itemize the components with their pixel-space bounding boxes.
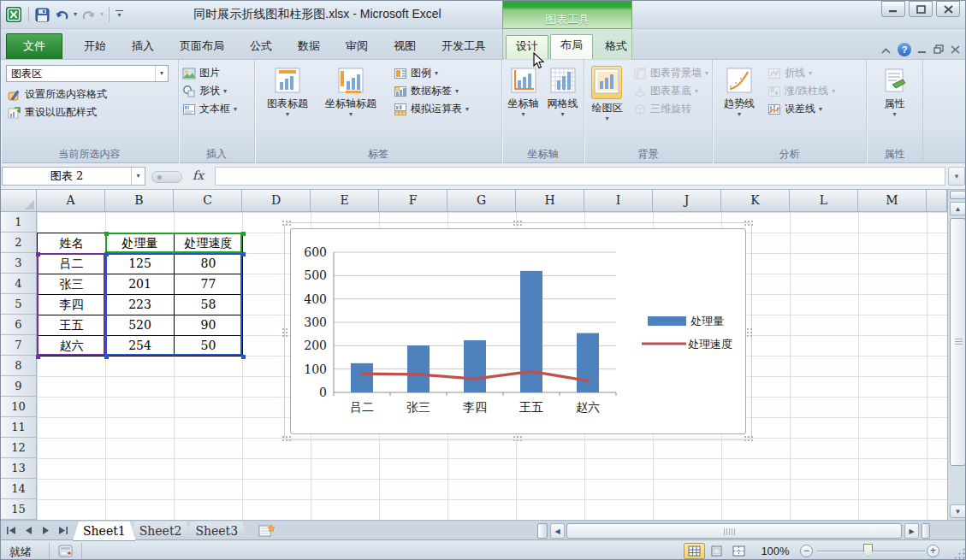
- horizontal-split-handle[interactable]: [537, 523, 548, 539]
- doc-minimize-icon[interactable]: [918, 44, 927, 56]
- tab-insert[interactable]: 插入: [119, 34, 167, 59]
- tab-view[interactable]: 视图: [381, 34, 429, 59]
- expand-formula-bar-button[interactable]: ▾: [948, 167, 965, 186]
- tab-data[interactable]: 数据: [285, 34, 333, 59]
- tab-formulas[interactable]: 公式: [237, 34, 285, 59]
- table-cell[interactable]: 58: [174, 294, 243, 315]
- undo-dropdown-icon[interactable]: ▾: [74, 11, 77, 18]
- table-header-cell[interactable]: 处理量: [105, 233, 175, 254]
- textbox-button[interactable]: A 文本框▾: [179, 100, 254, 118]
- format-selection-button[interactable]: 设置所选内容格式: [1, 85, 178, 103]
- table-cell[interactable]: 张三: [37, 274, 106, 295]
- doc-restore-icon[interactable]: [933, 44, 944, 56]
- collapse-ribbon-icon[interactable]: [881, 44, 891, 56]
- chart-handle[interactable]: [513, 435, 523, 443]
- vertical-scroll-thumb[interactable]: [950, 218, 966, 466]
- chart-handle[interactable]: [744, 220, 754, 227]
- properties-button[interactable]: 属性 ▾: [874, 62, 916, 119]
- shapes-button[interactable]: 形状▾: [179, 82, 254, 100]
- error-bars-button[interactable]: 误差线▾: [764, 100, 839, 118]
- tab-home[interactable]: 开始: [71, 34, 119, 59]
- prev-sheet-button[interactable]: [21, 523, 36, 538]
- table-cell[interactable]: 50: [174, 335, 243, 357]
- scroll-left-button[interactable]: ◀: [550, 523, 565, 539]
- chart-title-button[interactable]: 图表标题 ▾: [258, 62, 317, 119]
- vertical-split-handle[interactable]: [950, 191, 966, 199]
- tab-layout[interactable]: 布局: [550, 34, 593, 59]
- sheet-tab-sheet1[interactable]: Sheet1: [73, 522, 136, 541]
- scroll-down-button[interactable]: ▼: [950, 504, 966, 518]
- horizontal-scroll-thumb[interactable]: [566, 523, 902, 539]
- name-box[interactable]: 图表 2 ▾: [2, 167, 145, 186]
- doc-close-icon[interactable]: [951, 44, 960, 56]
- trendline-button[interactable]: 趋势线 ▾: [718, 62, 761, 119]
- zoom-out-button[interactable]: −: [800, 545, 813, 557]
- view-shortcuts: [684, 543, 750, 559]
- table-cell[interactable]: 王五: [37, 315, 106, 336]
- zoom-in-button[interactable]: +: [927, 545, 939, 557]
- table-cell[interactable]: 吕二: [37, 253, 106, 274]
- data-table-button[interactable]: 模拟运算表▾: [390, 100, 472, 118]
- sheet-tab-sheet3[interactable]: Sheet3: [185, 522, 248, 541]
- excel-logo-icon[interactable]: [4, 5, 23, 24]
- tab-developer[interactable]: 开发工具: [429, 34, 499, 59]
- chevron-down-icon[interactable]: ▾: [131, 168, 145, 185]
- data-labels-button[interactable]: 数据标签▾: [390, 82, 472, 100]
- table-cell[interactable]: 80: [174, 253, 243, 274]
- insert-worksheet-button[interactable]: [258, 523, 278, 539]
- chart-handle[interactable]: [282, 327, 289, 338]
- table-cell[interactable]: 90: [174, 315, 243, 336]
- customize-qat-icon[interactable]: ▾: [115, 5, 124, 24]
- gridlines-button[interactable]: 网格线 ▾: [543, 62, 583, 119]
- tab-review[interactable]: 审阅: [333, 34, 381, 59]
- legend-button[interactable]: 图例▾: [390, 64, 472, 82]
- help-icon[interactable]: ?: [898, 43, 911, 56]
- reset-style-button[interactable]: 重设以匹配样式: [1, 103, 178, 121]
- minimize-button[interactable]: [881, 1, 905, 17]
- close-button[interactable]: [936, 1, 960, 17]
- resize-grip[interactable]: [953, 547, 965, 559]
- save-button[interactable]: [34, 5, 50, 24]
- next-sheet-button[interactable]: [39, 523, 53, 538]
- sheet-tab-sheet2[interactable]: Sheet2: [129, 522, 193, 541]
- table-cell[interactable]: 520: [105, 315, 175, 336]
- last-sheet-button[interactable]: [56, 523, 70, 538]
- tab-page-layout[interactable]: 页面布局: [167, 34, 237, 59]
- table-cell[interactable]: 李四: [37, 294, 106, 315]
- insert-function-button[interactable]: fx: [193, 168, 204, 182]
- table-cell[interactable]: 201: [105, 274, 175, 295]
- table-header-cell[interactable]: 姓名: [37, 233, 106, 254]
- normal-view-button[interactable]: [684, 543, 705, 559]
- page-layout-view-button[interactable]: [706, 543, 727, 559]
- tab-format[interactable]: 格式: [595, 35, 637, 59]
- chart-handle[interactable]: [282, 435, 292, 443]
- axis-titles-button[interactable]: 坐标轴标题 ▾: [317, 62, 385, 119]
- table-cell[interactable]: 254: [105, 335, 175, 357]
- zoom-level-label[interactable]: 100%: [756, 545, 795, 557]
- table-cell[interactable]: 77: [174, 274, 243, 295]
- combo-chart[interactable]: 0100200300400500600吕二张三李四王五赵六处理量处理速度: [290, 228, 746, 434]
- table-cell[interactable]: 赵六: [37, 335, 106, 357]
- table-cell[interactable]: 125: [105, 253, 175, 274]
- chart-handle[interactable]: [282, 220, 292, 227]
- chart-handle[interactable]: [513, 220, 523, 227]
- axes-button[interactable]: 坐标轴 ▾: [504, 62, 543, 119]
- scroll-up-button[interactable]: ▲: [950, 202, 966, 215]
- table-header-cell[interactable]: 处理速度: [174, 233, 243, 254]
- tab-design[interactable]: 设计: [506, 35, 548, 59]
- undo-button[interactable]: [54, 5, 70, 24]
- chart-elements-combobox[interactable]: 图表区 ▾: [6, 65, 169, 82]
- zoom-slider-handle[interactable]: [863, 544, 873, 557]
- macro-record-button[interactable]: [56, 544, 74, 558]
- formula-input[interactable]: [215, 167, 945, 186]
- tab-file[interactable]: 文件: [6, 33, 62, 59]
- chart-handle[interactable]: [744, 435, 754, 443]
- scroll-right-button[interactable]: ▶: [904, 523, 919, 539]
- plot-area-button[interactable]: 绘图区 ▾: [588, 62, 626, 123]
- first-sheet-button[interactable]: [4, 523, 19, 538]
- chart-handle[interactable]: [746, 327, 754, 338]
- table-cell[interactable]: 223: [105, 294, 175, 315]
- maximize-button[interactable]: [909, 1, 933, 17]
- picture-button[interactable]: 图片: [179, 64, 254, 82]
- page-break-view-button[interactable]: [728, 543, 750, 559]
